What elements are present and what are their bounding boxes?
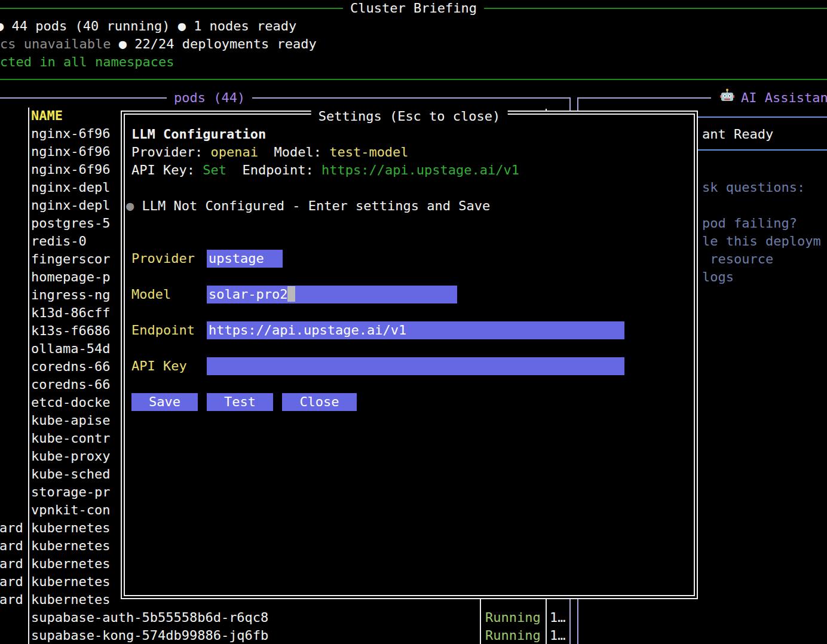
pod-name: kubernetes [31,573,110,591]
status-dot-icon: ● [126,198,134,213]
pod-name: kube-apise [31,412,110,430]
pod-name: coredns-66 [31,358,110,376]
endpoint-input[interactable]: https://api.upstage.ai/v1 [207,321,624,339]
test-button[interactable]: Test [207,393,273,411]
pod-name: fingerscor [31,250,110,268]
namespace-fragment: ard [0,591,23,609]
provider-summary-value: openai [210,145,258,160]
briefing-line-deployments: cs unavailable ● 22/24 deployments ready [0,35,317,53]
model-input[interactable]: solar-pro2 [207,286,457,303]
pod-ready-count: 1… [550,627,566,644]
pod-name: nginx-6f96 [31,161,110,179]
pod-name: nginx-6f96 [31,125,110,143]
pod-name: redis-0 [31,232,87,250]
assistant-status: ant Ready [702,125,773,143]
assistant-top-border [577,97,711,99]
pods-title: pods (44) [167,89,252,107]
config-summary-line1: Provider: openai Model: test-model [131,143,409,161]
provider-summary-label: Provider: [131,145,210,160]
pod-name: ingress-ng [31,286,110,304]
llm-status-line: ● LLM Not Configured - Enter settings an… [126,197,490,215]
settings-modal: Settings (Esc to close) LLM Configuratio… [121,111,698,599]
namespace-fragment: ard [0,519,23,537]
apikey-field-label: API Key [131,357,187,375]
endpoint-input-value: https://api.upstage.ai/v1 [209,323,406,338]
text-cursor [287,286,295,302]
model-field-label: Model [131,286,171,303]
pod-name: nginx-depl [31,197,110,214]
pod-name: postgres-5 [31,214,110,232]
pods-top-border [0,97,571,99]
config-summary-line2: API Key: Set Endpoint: https://api.upsta… [131,161,519,179]
pod-name: supabase-kong-574db99886-jq6fb [31,627,268,644]
pod-status: Running [485,627,541,644]
provider-input[interactable]: upstage [207,250,283,268]
briefing-title: Cluster Briefing [343,0,484,17]
endpoint-field-label: Endpoint [131,321,195,339]
model-summary-value: test-model [329,145,408,160]
pod-ready-count: 1… [550,609,566,627]
pod-name: k13d-86cff [31,304,110,322]
provider-input-value: upstage [209,251,264,266]
apikey-input[interactable] [207,357,624,375]
settings-modal-title: Settings (Esc to close) [311,108,508,125]
table-row[interactable]: supabase-kong-574db99886-jq6fbRunning1… [0,627,569,644]
suggestion-text: pod failing? [702,214,797,232]
llm-status-text: LLM Not Configured - Enter settings and … [134,198,490,213]
pod-name: homepage-p [31,268,110,286]
endpoint-summary-label: Endpoint: [226,162,321,177]
deployments-ready-text: ● 22/24 deployments ready [119,36,317,51]
pod-name: kubernetes [31,537,110,555]
pod-status: Running [485,609,541,627]
suggestion-text: resource [702,250,773,268]
pod-name: kubernetes [31,519,110,537]
briefing-line-namespaces: cted in all namespaces [0,53,174,71]
apikey-summary-value: Set [203,162,226,177]
pod-name: kube-proxy [31,447,110,465]
namespace-fragment: ard [0,537,23,555]
pod-name: coredns-66 [31,376,110,394]
llm-config-heading: LLM Configuration [131,125,266,143]
assistant-title: AI Assistant [741,89,827,107]
pod-name: k13s-f6686 [31,322,110,340]
close-button[interactable]: Close [282,393,357,411]
model-summary-label: Model: [258,145,329,160]
table-row[interactable]: supabase-auth-5b55558b6d-r6qc8Running1… [0,609,569,627]
pod-name: kubernetes [31,555,110,573]
briefing-bottom-border [0,79,827,80]
pod-name: supabase-auth-5b55558b6d-r6qc8 [31,609,268,627]
briefing-line-pods: ● 44 pods (40 running) ● 1 nodes ready [0,17,296,35]
pod-name: nginx-6f96 [31,143,110,161]
save-button[interactable]: Save [131,393,198,411]
metrics-fragment: cs unavailable [0,36,119,51]
pod-name: kube-sched [31,465,110,483]
pod-name: kube-contr [31,430,110,447]
terminal-screen: Cluster Briefing ● 44 pods (40 running) … [0,0,827,644]
apikey-summary-label: API Key: [131,162,203,177]
pod-name: nginx-depl [31,179,110,197]
namespace-fragment: ard [0,573,23,591]
column-header-name: NAME [31,107,63,125]
pod-name: ollama-54d [31,340,110,358]
model-input-value: solar-pro2 [209,287,287,302]
suggestion-text: logs [702,268,734,286]
assistant-title-bar: AI Assistant [715,88,827,108]
namespace-fragment: ard [0,555,23,573]
pod-name: storage-pr [31,483,110,501]
endpoint-summary-value: https://api.upstage.ai/v1 [321,162,519,177]
pod-name: etcd-docke [31,394,110,412]
suggestion-text: le this deploym [702,232,821,250]
pod-name: kubernetes [31,591,110,609]
pod-name: vpnkit-con [31,501,110,519]
provider-field-label: Provider [131,250,195,268]
robot-icon [719,88,735,108]
suggestion-text: sk questions: [702,179,805,197]
